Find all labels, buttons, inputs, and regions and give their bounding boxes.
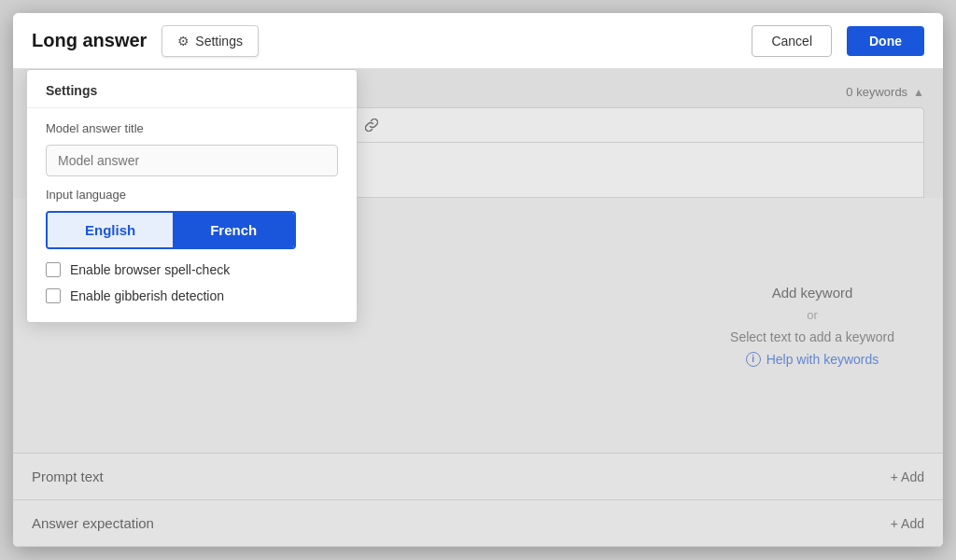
input-language-label: Input language	[46, 188, 338, 202]
modal-title: Long answer	[32, 30, 147, 51]
checkboxes-section: Enable browser spell-check Enable gibber…	[27, 249, 357, 303]
modal-body: Model a 0 keywords ▲ ↩ ↪ P ▾ ≡ ≡ ≡ ≡	[13, 69, 943, 547]
modal-header: Long answer ⚙ Settings Cancel Done	[13, 13, 943, 69]
spell-check-row[interactable]: Enable browser spell-check	[46, 262, 338, 277]
spell-check-label: Enable browser spell-check	[70, 262, 230, 277]
settings-tab-label: Settings	[195, 34, 243, 49]
gibberish-checkbox[interactable]	[46, 288, 61, 303]
main-modal: Long answer ⚙ Settings Cancel Done Model…	[13, 13, 943, 547]
cancel-button[interactable]: Cancel	[752, 25, 832, 57]
french-button[interactable]: French	[173, 213, 294, 247]
model-answer-title-label: Model answer title	[46, 121, 338, 135]
done-button[interactable]: Done	[847, 26, 924, 56]
spell-check-checkbox[interactable]	[46, 262, 61, 277]
language-toggle: English French	[46, 211, 296, 249]
gibberish-row[interactable]: Enable gibberish detection	[46, 288, 338, 303]
model-answer-title-input[interactable]	[46, 145, 338, 176]
model-answer-title-section: Model answer title	[27, 108, 357, 176]
input-language-section: Input language English French	[27, 176, 357, 249]
english-button[interactable]: English	[48, 213, 173, 247]
settings-dropdown: Settings Model answer title Input langua…	[26, 69, 358, 323]
settings-tab-button[interactable]: ⚙ Settings	[162, 25, 259, 57]
dropdown-header: Settings	[27, 70, 357, 108]
gibberish-label: Enable gibberish detection	[70, 288, 224, 303]
gear-icon: ⚙	[177, 34, 190, 49]
